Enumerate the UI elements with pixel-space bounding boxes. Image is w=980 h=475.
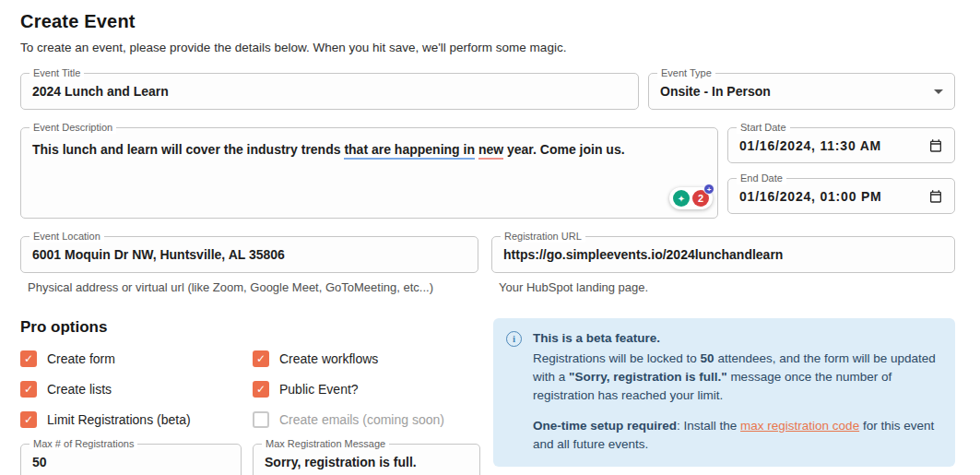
event-title-input[interactable]: Event Title 2024 Lunch and Learn [20, 73, 639, 110]
pro-options-heading: Pro options [20, 318, 480, 337]
event-location-label: Event Location [30, 231, 104, 243]
event-description-label: Event Description [30, 122, 116, 134]
event-type-label: Event Type [657, 67, 715, 79]
beta-feature-text: This is a beta feature. Registrations wi… [533, 329, 940, 454]
checkbox-limit-registrations[interactable]: Limit Registrations (beta) [20, 411, 253, 428]
checkbox-create-lists[interactable]: Create lists [20, 381, 253, 398]
checkbox-public-event[interactable]: Public Event? [253, 381, 480, 398]
calendar-icon[interactable] [928, 138, 943, 153]
beta-setup-paragraph: One-time setup required: Install the max… [533, 417, 940, 454]
max-registrations-label: Max # of Registrations [30, 438, 137, 450]
start-date-label: Start Date [737, 122, 790, 134]
end-date-value: 01/16/2024, 01:00 PM [739, 189, 882, 204]
checkbox-create-workflows[interactable]: Create workflows [253, 350, 480, 367]
end-date-input[interactable]: End Date 01/16/2024, 01:00 PM [727, 178, 955, 214]
max-registrations-value: 50 [32, 455, 47, 469]
beta-feature-heading: This is a beta feature. [533, 329, 940, 348]
max-registration-message-value: Sorry, registration is full. [265, 455, 417, 469]
caret-down-icon [934, 89, 943, 94]
end-date-label: End Date [737, 172, 786, 184]
event-title-value: 2024 Lunch and Learn [32, 84, 169, 99]
checkbox-create-form[interactable]: Create form [20, 350, 253, 367]
event-location-value: 6001 Moquin Dr NW, Huntsville, AL 35806 [32, 247, 285, 262]
event-title-label: Event Title [30, 67, 84, 79]
max-registrations-input[interactable]: Max # of Registrations 50 [20, 444, 242, 475]
checkbox-icon[interactable] [20, 350, 37, 367]
registration-url-value: https://go.simpleevents.io/2024lunchandl… [503, 247, 783, 262]
create-event-page: Create Event To create an event, please … [0, 0, 980, 475]
page-title: Create Event [20, 11, 955, 32]
registration-url-label: Registration URL [501, 231, 585, 243]
event-location-helper: Physical address or virtual url (like Zo… [20, 280, 478, 294]
registration-url-input[interactable]: Registration URL https://go.simpleevents… [491, 236, 955, 273]
beta-feature-notice: i This is a beta feature. Registrations … [493, 318, 955, 467]
event-description-value: This lunch and learn will cover the indu… [32, 140, 625, 159]
registration-url-helper: Your HubSpot landing page. [491, 280, 955, 294]
grammarly-widget[interactable]: ✦ 2 + [669, 187, 713, 209]
page-subtitle: To create an event, please provide the d… [20, 41, 955, 54]
checkbox-icon [253, 411, 269, 428]
start-date-input[interactable]: Start Date 01/16/2024, 11:30 AM [727, 127, 955, 163]
event-description-input[interactable]: Event Description This lunch and learn w… [20, 127, 718, 219]
checkbox-icon[interactable] [20, 411, 37, 428]
event-type-value: Onsite - In Person [660, 84, 771, 99]
max-registration-message-label: Max Registration Message [262, 438, 389, 450]
checkbox-create-emails: Create emails (coming soon) [253, 411, 480, 428]
checkbox-icon[interactable] [20, 381, 37, 398]
max-registration-message-input[interactable]: Max Registration Message Sorry, registra… [253, 444, 480, 475]
start-date-value: 01/16/2024, 11:30 AM [739, 138, 881, 153]
checkbox-icon[interactable] [253, 381, 269, 398]
info-icon: i [506, 331, 522, 347]
pro-options-list: Create form Create workflows Create list… [20, 350, 480, 428]
beta-feature-paragraph: Registrations will be locked to 50 atten… [533, 350, 940, 405]
calendar-icon[interactable] [928, 189, 943, 204]
max-registration-code-link[interactable]: max registration code [740, 419, 859, 433]
grammarly-plus-badge: + [703, 184, 714, 195]
spelling-suggestion-underline: new [478, 142, 503, 160]
event-type-select[interactable]: Event Type Onsite - In Person [648, 73, 955, 110]
checkbox-icon[interactable] [253, 350, 269, 367]
event-location-input[interactable]: Event Location 6001 Moquin Dr NW, Huntsv… [20, 236, 478, 273]
grammarly-premium-icon: ✦ [673, 190, 690, 207]
grammar-suggestion-underline: that are happening in [344, 142, 475, 160]
